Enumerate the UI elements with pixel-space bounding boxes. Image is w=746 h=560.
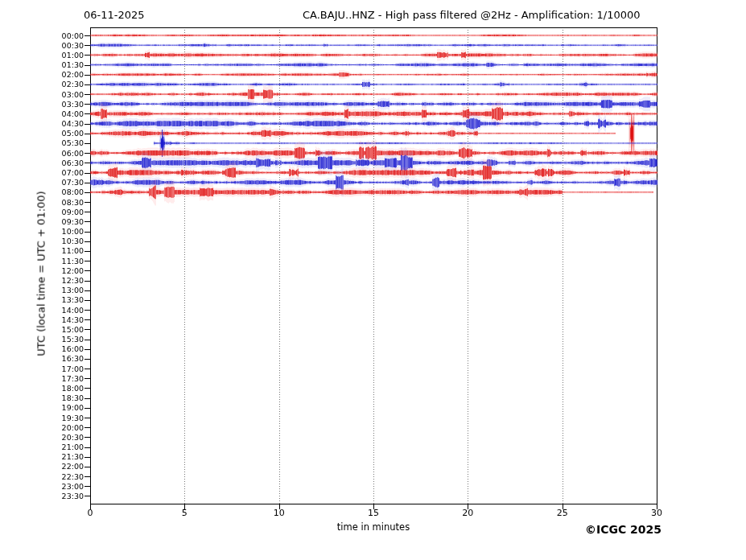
y-tick-label: 00:00 (47, 31, 84, 40)
y-tick-label: 05:00 (47, 129, 84, 138)
y-tick-label: 16:00 (47, 344, 84, 353)
x-tick-label: 25 (549, 508, 576, 518)
y-tick-label: 21:30 (47, 452, 84, 461)
y-tick-label: 19:00 (47, 403, 84, 412)
y-tick-label: 01:00 (47, 51, 84, 60)
y-tick-label: 21:00 (47, 443, 84, 451)
y-tick-label: 13:00 (47, 286, 84, 294)
y-tick-label: 15:00 (47, 325, 84, 334)
y-tick-label: 13:30 (47, 295, 84, 304)
y-tick-label: 12:00 (47, 266, 84, 275)
y-tick-label: 18:00 (47, 384, 84, 393)
y-tick-label: 11:00 (47, 246, 84, 255)
y-tick-label: 17:30 (47, 374, 84, 383)
y-tick-label: 18:30 (47, 393, 84, 402)
y-tick-label: 02:30 (47, 80, 84, 89)
y-tick-label: 12:30 (47, 276, 84, 285)
x-tick-label: 30 (643, 508, 670, 518)
y-tick-label: 07:00 (47, 168, 84, 177)
y-tick-label: 20:00 (47, 423, 84, 432)
copyright-label: ©ICGC 2025 (585, 523, 662, 536)
y-tick-label: 16:30 (47, 354, 84, 363)
x-tick-label: 15 (360, 508, 387, 518)
y-axis-label: UTC (local time = UTC + 01:00) (35, 191, 47, 356)
date-label: 06-11-2025 (84, 9, 145, 21)
y-tick-label: 23:00 (47, 482, 84, 491)
x-tick-label: 5 (171, 508, 198, 518)
y-tick-label: 08:00 (47, 187, 84, 196)
y-tick-label: 07:30 (47, 178, 84, 187)
y-tick-label: 08:30 (47, 198, 84, 207)
plot-title: CA.BAJU..HNZ - High pass filtered @2Hz -… (303, 9, 641, 21)
y-tick-label: 02:00 (47, 70, 84, 79)
y-tick-label: 22:00 (47, 462, 84, 471)
y-tick-label: 20:30 (47, 433, 84, 442)
y-tick-label: 04:00 (47, 109, 84, 118)
x-axis-label: time in minutes (90, 521, 657, 533)
seismogram-plot-canvas (0, 0, 746, 560)
x-tick-label: 20 (454, 508, 481, 518)
y-tick-label: 03:30 (47, 100, 84, 109)
y-tick-label: 10:00 (47, 227, 84, 236)
y-tick-label: 14:00 (47, 306, 84, 315)
y-tick-label: 10:30 (47, 237, 84, 245)
y-tick-label: 22:30 (47, 472, 84, 481)
y-tick-label: 15:30 (47, 335, 84, 344)
y-tick-label: 14:30 (47, 315, 84, 324)
y-tick-label: 09:00 (47, 208, 84, 216)
x-tick-label: 10 (266, 508, 293, 518)
y-tick-label: 17:00 (47, 364, 84, 373)
y-tick-label: 03:00 (47, 90, 84, 99)
y-tick-label: 19:30 (47, 414, 84, 422)
y-tick-label: 00:30 (47, 41, 84, 50)
y-tick-label: 09:30 (47, 217, 84, 226)
y-tick-label: 06:30 (47, 159, 84, 167)
seismogram-figure: 06-11-2025 CA.BAJU..HNZ - High pass filt… (0, 0, 746, 560)
y-tick-label: 05:30 (47, 138, 84, 147)
y-tick-label: 11:30 (47, 257, 84, 266)
y-tick-label: 01:30 (47, 60, 84, 69)
y-tick-label: 04:30 (47, 119, 84, 128)
y-tick-label: 23:30 (47, 492, 84, 500)
x-tick-label: 0 (76, 508, 104, 518)
y-tick-label: 06:00 (47, 149, 84, 158)
